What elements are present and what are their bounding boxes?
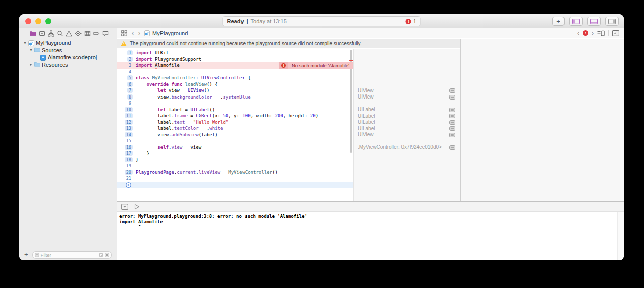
disclosure-triangle-icon[interactable]: ▾ [23,41,27,45]
xcode-window: Ready | Today at 13:15 ! 1 + ▾MyPlaygrou… [19,14,624,260]
live-view-canvas [460,39,624,201]
activity-viewer[interactable]: Ready | Today at 13:15 ! 1 [223,16,421,26]
console-scrollbar[interactable] [617,212,624,260]
run-playground-button[interactable] [134,204,140,210]
adjust-editor-options-icon[interactable] [597,30,605,36]
go-back-button[interactable]: ‹ [132,30,134,37]
run-to-line-play-button[interactable] [126,182,131,188]
zoom-window-button[interactable] [45,18,51,24]
toggle-inspector-button[interactable] [605,17,619,26]
code-line-11[interactable]: 11 label.frame = CGRect(x: 50, y: 100, w… [117,113,353,119]
code-line-13[interactable]: 13 label.textColor = .white [117,125,353,132]
code-line-1[interactable]: 1import UIKit [117,50,353,56]
filter-input[interactable]: Filter [32,251,112,259]
code-line-4[interactable]: 4 [117,69,353,75]
code-line-10[interactable]: 10 let label = UILabel() [117,107,353,113]
inspector-panel-icon [608,19,616,24]
add-file-button[interactable]: + [24,251,28,258]
minimize-window-button[interactable] [35,18,41,24]
add-editor-icon[interactable] [612,30,619,36]
go-forward-button[interactable]: › [138,30,140,37]
code-line-17[interactable]: 17 } [117,150,353,157]
project-navigator-icon[interactable] [30,30,36,37]
error-count-badge[interactable]: ! 1 [406,19,416,24]
code-line-9[interactable]: 9 [117,100,353,107]
code-line-19[interactable]: 19 [117,163,353,169]
tree-item-resources[interactable]: ▸Resources [19,61,117,69]
related-items-icon[interactable] [121,30,127,36]
show-result-button[interactable] [449,114,455,118]
code-line-7[interactable]: 7 let view = UIView() [117,87,353,94]
find-navigator-icon[interactable] [57,30,63,37]
current-line[interactable] [117,182,353,188]
error-icon: ! [279,62,288,69]
result-value: UILabel [358,126,375,131]
line-number: 5 [117,75,133,81]
toggle-debug-area-button[interactable] [587,17,601,26]
inline-error-text: No such module 'Alamofile' [288,62,353,69]
debug-navigator-icon[interactable] [84,30,91,37]
tree-item-alamofire-xcodeproj[interactable]: Alamofire.xcodeproj [19,54,117,61]
breakpoint-navigator-icon[interactable] [93,30,100,37]
toggle-navigator-button[interactable] [569,17,583,26]
line-number: 10 [117,107,133,113]
playground-results-sidebar: UIViewUIViewUILabelUILabelUILabelUILabel… [353,49,460,201]
result-row-line-12: UILabel [354,119,460,126]
source-control-status-icon[interactable] [105,253,109,257]
test-navigator-icon[interactable] [75,30,82,37]
line-number: 12 [117,119,133,126]
jump-bar-file-name[interactable]: MyPlayground [152,30,188,36]
code-line-12[interactable]: 12 label.text = "Hello World" [117,119,353,126]
code-line-8[interactable]: 8 view.backgroundColor = .systemBlue [117,94,353,101]
recent-files-clock-icon[interactable] [99,253,103,257]
show-result-button[interactable] [449,126,455,131]
issue-navigator-icon[interactable] [66,30,72,37]
code-line-14[interactable]: 14 view.addSubview(label) [117,132,353,138]
filter-placeholder: Filter [41,252,97,258]
result-value: UILabel [358,107,375,112]
result-row-line-8: UIView [354,94,460,101]
code-line-6[interactable]: 6 override func loadView() { [117,81,353,88]
code-line-18[interactable]: 18} [117,157,353,163]
show-result-button[interactable] [449,133,455,137]
next-issue-button[interactable]: › [592,30,594,37]
line-number: 19 [117,163,133,169]
code-line-2[interactable]: 2import PlaygroundSupport [117,56,353,63]
add-editor-tab-button[interactable]: + [552,17,565,26]
disclosure-triangle-icon[interactable]: ▾ [29,48,33,52]
line-number: 16 [117,144,133,151]
report-navigator-icon[interactable] [102,30,109,37]
debug-panel-icon [590,19,598,24]
show-result-button[interactable] [449,95,455,100]
error-icon: ! [406,19,411,24]
result-row-line-11: UILabel [354,113,460,119]
source-control-navigator-icon[interactable] [39,30,45,37]
code-line-21[interactable]: 21 [117,175,353,182]
show-result-button[interactable] [449,88,455,93]
close-window-button[interactable] [25,18,31,24]
show-result-button[interactable] [449,120,455,125]
source-editor[interactable]: 1import UIKit2import PlaygroundSupport3i… [117,49,353,201]
inline-error-badge[interactable]: !No such module 'Alamofile' [279,62,353,69]
tree-item-myplayground[interactable]: ▾MyPlayground [19,39,117,47]
previous-issue-button[interactable]: ‹ [577,30,579,37]
disclosure-triangle-icon[interactable]: ▸ [29,62,33,67]
symbol-navigator-icon[interactable] [48,30,54,37]
show-result-button[interactable] [449,145,455,150]
code-line-16[interactable]: 16 self.view = view [117,144,353,151]
result-row-line-10: UILabel [354,107,460,113]
code-line-3[interactable]: 3import Alamofile!No such module 'Alamof… [117,62,353,69]
tree-item-sources[interactable]: ▾Sources [19,47,117,54]
tree-item-label: MyPlayground [36,40,71,46]
status-ready: Ready [227,18,244,24]
hide-debug-area-icon[interactable] [121,204,128,210]
code-line-5[interactable]: 5class MyViewController: UIViewControlle… [117,75,353,81]
code-line-20[interactable]: 20PlaygroundPage.current.liveView = MyVi… [117,169,353,176]
project-navigator-tree: ▾MyPlayground▾SourcesAlamofire.xcodeproj… [19,39,117,68]
line-number: 8 [117,94,133,101]
code-line-15[interactable]: 15 [117,138,353,144]
show-result-button[interactable] [449,108,455,112]
issue-badge[interactable]: ! [583,30,588,36]
tree-item-label: Sources [42,47,62,53]
line-number: 7 [117,87,133,94]
